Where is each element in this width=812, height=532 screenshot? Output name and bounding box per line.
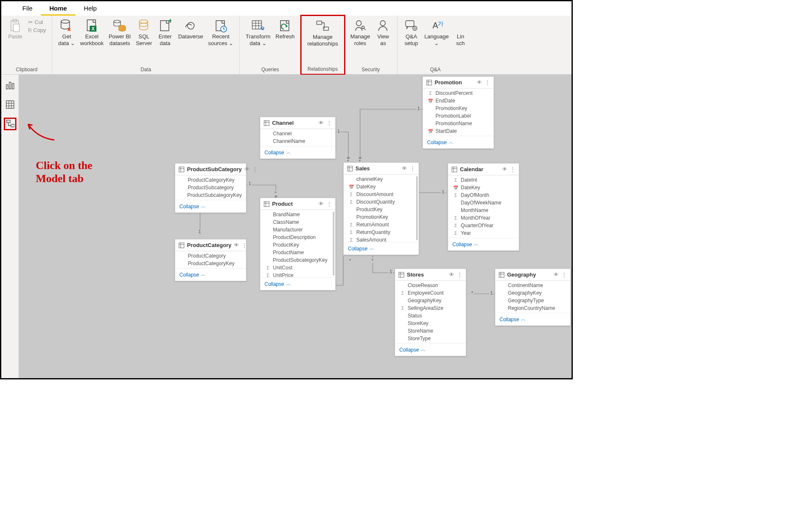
field-row[interactable]: ProductSubcategoryKey bbox=[260, 256, 335, 264]
field-row[interactable]: ProductSubcategory bbox=[175, 184, 246, 191]
field-row[interactable]: ΣDiscountAmount bbox=[344, 191, 419, 198]
field-row[interactable]: GeographyKey bbox=[495, 289, 570, 297]
field-row[interactable]: PromotionKey bbox=[423, 105, 494, 112]
copy-button[interactable]: ⎘ Copy bbox=[28, 27, 46, 33]
field-row[interactable]: ProductCategory bbox=[175, 252, 246, 260]
field-row[interactable]: ChannelName bbox=[260, 137, 335, 145]
table-promotion[interactable]: Promotion👁⋮ΣDiscountPercent📅EndDatePromo… bbox=[422, 76, 494, 149]
more-icon[interactable]: ⋮ bbox=[561, 271, 567, 278]
collapse-button[interactable]: Collapse ︿ bbox=[395, 343, 466, 356]
field-row[interactable]: ΣDiscountPercent bbox=[423, 89, 494, 97]
field-row[interactable]: CloseReason bbox=[395, 282, 466, 289]
field-row[interactable]: ΣUnitCost bbox=[260, 264, 335, 271]
field-row[interactable]: ΣDiscountQuantity bbox=[344, 198, 419, 206]
field-row[interactable]: ProductCategoryKey bbox=[175, 176, 246, 184]
more-icon[interactable]: ⋮ bbox=[457, 271, 462, 278]
table-productcategory[interactable]: ProductCategory👁⋮ProductCategoryProductC… bbox=[175, 239, 246, 281]
sql-server-button[interactable]: SQL Server bbox=[134, 17, 155, 46]
data-view-button[interactable] bbox=[4, 98, 16, 111]
more-icon[interactable]: ⋮ bbox=[410, 165, 415, 172]
qa-setup-button[interactable]: Q&A setup bbox=[401, 17, 422, 46]
menu-home[interactable]: Home bbox=[41, 3, 75, 16]
visibility-icon[interactable]: 👁 bbox=[318, 120, 324, 126]
field-row[interactable]: RegionCountryName bbox=[495, 304, 570, 312]
field-row[interactable]: ΣQuarterOfYear bbox=[448, 222, 519, 229]
field-row[interactable]: ProductKey bbox=[260, 241, 335, 249]
collapse-button[interactable]: Collapse ︿ bbox=[344, 242, 419, 255]
cut-button[interactable]: ✂ Cut bbox=[28, 19, 46, 25]
table-sales[interactable]: Sales👁⋮channelKey📅DateKeyΣDiscountAmount… bbox=[343, 162, 419, 255]
field-row[interactable]: DayOfWeekName bbox=[448, 199, 519, 207]
field-row[interactable]: ΣReturnQuantity bbox=[344, 228, 419, 236]
visibility-icon[interactable]: 👁 bbox=[449, 271, 454, 278]
menu-help[interactable]: Help bbox=[75, 3, 105, 16]
field-row[interactable]: 📅DateKey bbox=[448, 184, 519, 191]
more-icon[interactable]: ⋮ bbox=[326, 201, 332, 207]
field-row[interactable]: BrandName bbox=[260, 211, 335, 218]
field-row[interactable]: channelKey bbox=[344, 175, 419, 183]
more-icon[interactable]: ⋮ bbox=[485, 79, 490, 86]
field-row[interactable]: MonthName bbox=[448, 207, 519, 214]
field-row[interactable]: PromotionKey bbox=[344, 213, 419, 221]
table-channel[interactable]: Channel👁⋮ChannelChannelNameCollapse ︿ bbox=[260, 117, 336, 159]
field-row[interactable]: Manufacturer bbox=[260, 226, 335, 234]
field-row[interactable]: ΣReturnAmount bbox=[344, 221, 419, 228]
more-icon[interactable]: ⋮ bbox=[326, 120, 332, 126]
report-view-button[interactable] bbox=[4, 79, 16, 91]
more-icon[interactable]: ⋮ bbox=[510, 166, 516, 172]
field-row[interactable]: ProductName bbox=[260, 249, 335, 256]
field-row[interactable]: GeographyKey bbox=[395, 297, 466, 304]
field-row[interactable]: ΣDateInt bbox=[448, 176, 519, 184]
manage-relationships-button[interactable]: Manage relationships bbox=[305, 18, 341, 47]
excel-button[interactable]: X Excel workbook bbox=[77, 17, 106, 46]
model-view-button[interactable] bbox=[4, 118, 16, 130]
model-canvas[interactable]: Click on the Model tab 1 * bbox=[19, 75, 572, 378]
field-row[interactable]: ProductDescription bbox=[260, 234, 335, 241]
field-row[interactable]: ProductCategoryKey bbox=[175, 260, 246, 267]
field-row[interactable]: 📅StartDate bbox=[423, 127, 494, 135]
field-row[interactable]: ΣUnitPrice bbox=[260, 271, 335, 277]
more-icon[interactable]: ⋮ bbox=[252, 166, 258, 172]
field-row[interactable]: GeographyType bbox=[495, 297, 570, 304]
collapse-button[interactable]: Collapse ︿ bbox=[260, 277, 335, 290]
field-row[interactable]: ΣDayOfMonth bbox=[448, 191, 519, 199]
field-row[interactable]: ContinentName bbox=[495, 282, 570, 289]
view-as-button[interactable]: View as bbox=[373, 17, 394, 46]
table-geography[interactable]: Geography👁⋮ContinentNameGeographyKeyGeog… bbox=[495, 269, 571, 326]
field-row[interactable]: StoreName bbox=[395, 327, 466, 335]
get-data-button[interactable]: Get data ⌄ bbox=[56, 17, 77, 46]
field-row[interactable]: ΣYear bbox=[448, 229, 519, 237]
visibility-icon[interactable]: 👁 bbox=[502, 166, 508, 172]
visibility-icon[interactable]: 👁 bbox=[234, 242, 239, 248]
field-row[interactable]: PromotionName bbox=[423, 120, 494, 127]
refresh-button[interactable]: Refresh bbox=[273, 17, 297, 40]
dataverse-button[interactable]: Dataverse bbox=[176, 17, 206, 40]
field-row[interactable]: StoreKey bbox=[395, 320, 466, 327]
linguistic-schema-button[interactable]: Lin sch bbox=[451, 17, 470, 46]
enter-data-button[interactable]: + Enter data bbox=[155, 17, 176, 46]
field-row[interactable]: ΣEmployeeCount bbox=[395, 289, 466, 297]
field-row[interactable]: ΣMonthOfYear bbox=[448, 214, 519, 222]
table-stores[interactable]: Stores👁⋮CloseReasonΣEmployeeCountGeograp… bbox=[395, 269, 466, 356]
field-row[interactable]: ΣSalesAmount bbox=[344, 236, 419, 242]
field-row[interactable]: ProductSubcategoryKey bbox=[175, 191, 246, 199]
table-product[interactable]: Product👁⋮BrandNameClassNameManufacturerP… bbox=[260, 198, 336, 290]
menu-file[interactable]: File bbox=[14, 3, 41, 16]
visibility-icon[interactable]: 👁 bbox=[318, 201, 324, 207]
table-calendar[interactable]: Calendar👁⋮ΣDateInt📅DateKeyΣDayOfMonthDay… bbox=[448, 163, 519, 251]
field-row[interactable]: StoreType bbox=[395, 335, 466, 342]
visibility-icon[interactable]: 👁 bbox=[477, 79, 482, 86]
field-row[interactable]: 📅DateKey bbox=[344, 183, 419, 191]
collapse-button[interactable]: Collapse ︿ bbox=[495, 313, 570, 325]
field-row[interactable]: ΣSellingAreaSize bbox=[395, 304, 466, 312]
collapse-button[interactable]: Collapse ︿ bbox=[448, 238, 519, 250]
paste-button[interactable]: Paste bbox=[5, 17, 26, 40]
field-row[interactable]: Status bbox=[395, 312, 466, 320]
field-row[interactable]: PromotionLabel bbox=[423, 112, 494, 120]
table-productsubcategory[interactable]: ProductSubCategory👁⋮ProductCategoryKeyPr… bbox=[175, 163, 246, 213]
language-button[interactable]: A가 Language ⌄ bbox=[422, 17, 451, 46]
manage-roles-button[interactable]: Manage roles bbox=[348, 17, 373, 46]
more-icon[interactable]: ⋮ bbox=[242, 242, 247, 248]
transform-data-button[interactable]: Transform data ⌄ bbox=[243, 17, 273, 46]
recent-sources-button[interactable]: Recent sources ⌄ bbox=[206, 17, 236, 46]
